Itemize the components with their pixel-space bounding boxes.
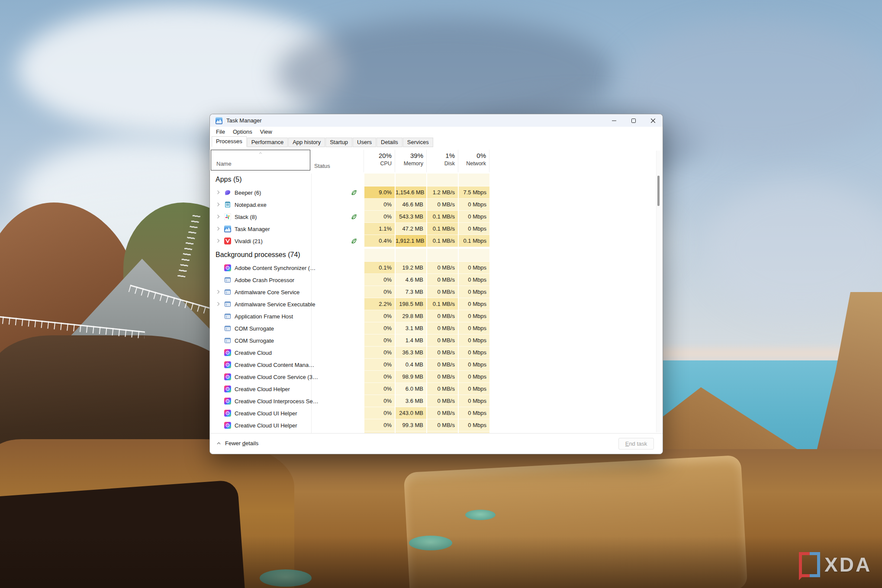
tab-performance[interactable]: Performance <box>247 138 288 147</box>
disk-cell: 0 MB/s <box>426 274 458 286</box>
section-label: Apps (5) <box>216 176 241 183</box>
maximize-button[interactable] <box>624 114 643 127</box>
window-title: Task Manager <box>226 117 262 124</box>
cpu-cell: 0% <box>364 419 395 431</box>
menu-item-options[interactable]: Options <box>229 128 256 136</box>
usage-cells: 0%29.8 MB0 MB/s0 Mbps <box>364 310 489 322</box>
process-row[interactable]: Adobe Crash Processor0%4.6 MB0 MB/s0 Mbp… <box>210 274 663 286</box>
process-name: Creative Cloud Core Service (3… <box>235 374 318 380</box>
process-row[interactable]: Task Manager1.1%47.2 MB0.1 MB/s0 Mbps <box>210 223 663 235</box>
maximize-icon <box>631 118 636 123</box>
usage-cells: 0%3.1 MB0 MB/s0 Mbps <box>364 322 489 334</box>
network-cell: 0 Mbps <box>458 310 489 322</box>
expand-chevron-icon[interactable] <box>216 289 221 295</box>
usage-cells: 0%7.3 MB0 MB/s0 Mbps <box>364 286 489 298</box>
section-header[interactable]: Background processes (74) <box>210 249 663 262</box>
network-cell: 0 Mbps <box>458 211 489 223</box>
process-name: Creative Cloud Helper <box>235 386 290 392</box>
network-cell: 0 Mbps <box>458 223 489 235</box>
process-row[interactable]: COM Surrogate0%1.4 MB0 MB/s0 Mbps <box>210 334 663 347</box>
tab-app-history[interactable]: App history <box>288 138 325 147</box>
column-header-network[interactable]: 0%Network <box>458 150 489 172</box>
xda-watermark-text: XDA <box>824 553 872 576</box>
disk-cell: 0 MB/s <box>426 359 458 371</box>
process-row[interactable]: Creative Cloud UI Helper0%243.0 MB0 MB/s… <box>210 407 663 419</box>
process-row[interactable]: COM Surrogate0%3.1 MB0 MB/s0 Mbps <box>210 322 663 334</box>
expand-chevron-icon[interactable] <box>216 214 221 219</box>
scrollbar-thumb[interactable] <box>657 176 660 206</box>
cpu-cell: 0% <box>364 199 395 211</box>
tab-startup[interactable]: Startup <box>325 138 352 147</box>
chevron-up-icon <box>216 440 222 446</box>
minimize-button[interactable] <box>604 114 624 127</box>
expand-chevron-icon[interactable] <box>216 301 221 307</box>
process-row[interactable]: Notepad.exe0%46.6 MB0 MB/s0 Mbps <box>210 199 663 211</box>
network-cell: 7.5 Mbps <box>458 186 489 199</box>
process-row[interactable]: Slack (8)0%543.3 MB0.1 MB/s0 Mbps <box>210 211 663 223</box>
process-row[interactable]: Adobe Content Synchronizer (…0.1%19.2 MB… <box>210 262 663 274</box>
column-header-memory[interactable]: 39%Memory <box>395 150 426 172</box>
fewer-details-label: Fewer details <box>225 440 258 447</box>
process-row[interactable]: Vivaldi (21)0.4%1,912.1 MB0.1 MB/s0.1 Mb… <box>210 235 663 247</box>
network-cell: 0 Mbps <box>458 298 489 310</box>
desktop: Task Manager FileOptionsView ProcessesPe… <box>0 0 882 588</box>
close-button[interactable] <box>643 114 663 127</box>
expand-chevron-icon[interactable] <box>216 238 221 244</box>
process-row[interactable]: Antimalware Core Service0%7.3 MB0 MB/s0 … <box>210 286 663 298</box>
tab-services[interactable]: Services <box>403 138 433 147</box>
usage-cells <box>364 174 489 186</box>
network-cell: 0.1 Mbps <box>458 235 489 247</box>
usage-cells: 0%3.6 MB0 MB/s0 Mbps <box>364 395 489 407</box>
expand-chevron-icon[interactable] <box>216 202 221 207</box>
network-cell: 0 Mbps <box>458 334 489 347</box>
menu-item-view[interactable]: View <box>256 128 276 136</box>
process-row[interactable]: Beeper (6)9.0%1,154.6 MB1.2 MB/s7.5 Mbps <box>210 186 663 199</box>
cpu-cell: 0% <box>364 347 395 359</box>
network-cell <box>458 174 489 186</box>
status-column-label[interactable]: Status <box>314 163 330 169</box>
cpu-cell: 0% <box>364 274 395 286</box>
memory-cell <box>395 249 426 262</box>
cc-icon <box>224 398 231 405</box>
tab-users[interactable]: Users <box>353 138 376 147</box>
process-row[interactable]: Antimalware Service Executable2.2%198.5 … <box>210 298 663 310</box>
column-header-disk[interactable]: 1%Disk <box>426 150 458 172</box>
footer-bar: Fewer details End task <box>210 433 663 454</box>
name-column-label: Name <box>216 161 232 167</box>
process-row[interactable]: Application Frame Host0%29.8 MB0 MB/s0 M… <box>210 310 663 322</box>
process-name: Creative Cloud Interprocess Se… <box>235 398 319 405</box>
process-name: COM Surrogate <box>235 337 274 344</box>
task-manager-icon <box>216 117 222 124</box>
usage-cells: 0.1%19.2 MB0 MB/s0 Mbps <box>364 262 489 274</box>
network-cell: 0 Mbps <box>458 347 489 359</box>
disk-cell: 0 MB/s <box>426 407 458 419</box>
memory-cell: 99.3 MB <box>395 419 426 431</box>
process-row[interactable]: Creative Cloud Helper0%6.0 MB0 MB/s0 Mbp… <box>210 383 663 395</box>
fewer-details-toggle[interactable]: Fewer details <box>216 440 258 447</box>
cpu-cell: 2.2% <box>364 298 395 310</box>
process-row[interactable]: Creative Cloud Content Mana…0%0.4 MB0 MB… <box>210 359 663 371</box>
column-header-name[interactable]: Name <box>211 150 310 170</box>
column-header-cpu[interactable]: 20%CPU <box>364 150 395 172</box>
total-network-percent: 0% <box>458 152 486 159</box>
expand-chevron-icon[interactable] <box>216 226 221 231</box>
process-row[interactable]: Creative Cloud Core Service (3…0%98.9 MB… <box>210 371 663 383</box>
usage-cells <box>364 249 489 262</box>
end-task-button[interactable]: End task <box>618 438 654 450</box>
expand-chevron-icon[interactable] <box>216 190 221 195</box>
section-header[interactable]: Apps (5) <box>210 174 663 186</box>
tab-details[interactable]: Details <box>377 138 402 147</box>
tab-processes[interactable]: Processes <box>212 136 247 147</box>
menu-item-file[interactable]: File <box>212 128 229 136</box>
usage-cells: 2.2%198.5 MB0.1 MB/s0 Mbps <box>364 298 489 310</box>
cc-icon <box>224 373 231 380</box>
process-row[interactable]: Creative Cloud UI Helper0%99.3 MB0 MB/s0… <box>210 419 663 431</box>
disk-cell: 0 MB/s <box>426 310 458 322</box>
title-bar[interactable]: Task Manager <box>210 114 663 127</box>
disk-cell: 1.2 MB/s <box>426 186 458 199</box>
process-name: Creative Cloud UI Helper <box>235 422 297 429</box>
disk-cell: 0 MB/s <box>426 347 458 359</box>
process-row[interactable]: Creative Cloud0%36.3 MB0 MB/s0 Mbps <box>210 347 663 359</box>
disk-cell: 0.1 MB/s <box>426 223 458 235</box>
process-row[interactable]: Creative Cloud Interprocess Se…0%3.6 MB0… <box>210 395 663 407</box>
